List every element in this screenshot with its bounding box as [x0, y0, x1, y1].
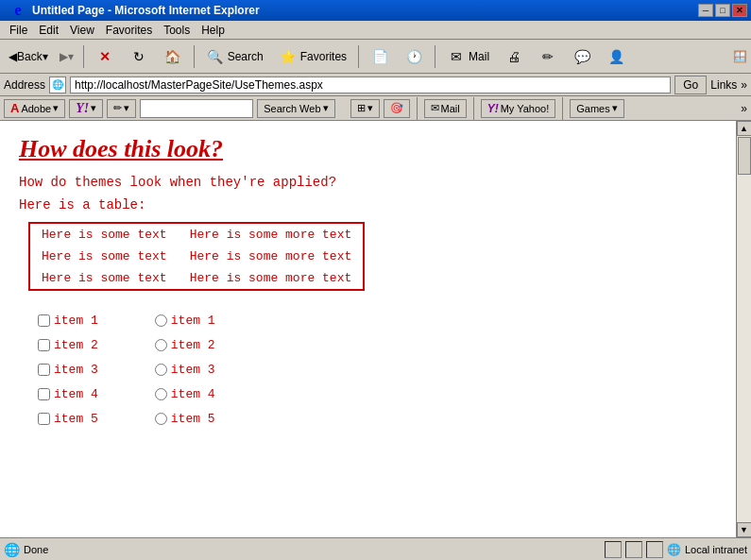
grid-dropdown-icon: ▾ — [367, 102, 373, 114]
back-label: Back — [17, 50, 43, 63]
status-panel-1 — [605, 541, 622, 558]
links-label: Links — [710, 78, 737, 92]
scroll-track[interactable] — [737, 136, 751, 522]
checkbox-group: item 1 item 2 item 3 item 4 item 5 — [38, 310, 98, 429]
list-item: item 1 — [155, 310, 215, 331]
radio-label-2: item 2 — [171, 338, 215, 352]
home-icon: 🏠 — [163, 47, 182, 66]
games-dropdown-icon: ▾ — [612, 102, 618, 114]
table-cell: Here is some text — [29, 267, 179, 290]
games-button[interactable]: Games ▾ — [570, 99, 623, 118]
checkbox-1[interactable] — [38, 314, 50, 327]
media-icon: 📄 — [370, 47, 389, 66]
list-item: item 5 — [155, 408, 215, 429]
forward-button[interactable]: ▶ ▾ — [55, 43, 78, 70]
radio-2[interactable] — [155, 339, 167, 351]
scroll-down-button[interactable]: ▼ — [737, 522, 752, 537]
data-table: Here is some text Here is some more text… — [28, 222, 365, 291]
table-cell: Here is some text — [29, 223, 179, 246]
scroll-thumb[interactable] — [738, 137, 751, 175]
discuss-button[interactable]: 💬 — [566, 43, 598, 70]
menu-favorites[interactable]: Favorites — [100, 22, 158, 39]
page-subtitle: How do themes look when they're applied? — [19, 175, 732, 190]
radio-5[interactable] — [155, 413, 167, 425]
list-item: item 1 — [38, 310, 98, 331]
checkbox-label-3: item 3 — [54, 363, 98, 377]
mail-tb-button[interactable]: ✉ Mail — [424, 99, 467, 118]
go-button[interactable]: Go — [674, 76, 707, 94]
favorites-button[interactable]: ⭐ Favorites — [272, 43, 353, 70]
checkbox-label-5: item 5 — [54, 412, 98, 426]
menu-file[interactable]: File — [4, 22, 33, 39]
address-bar: Address 🌐 Go Links » — [0, 74, 751, 96]
stop-icon: ✕ — [95, 47, 114, 66]
refresh-icon: ↻ — [129, 47, 148, 66]
home-button[interactable]: 🏠 — [157, 43, 189, 70]
table-row: Here is some text Here is some more text — [29, 223, 364, 246]
maximize-button[interactable]: □ — [715, 4, 730, 17]
radio-1[interactable] — [155, 314, 167, 327]
menu-edit[interactable]: Edit — [33, 22, 64, 39]
yahoo-sep3 — [562, 97, 563, 120]
scroll-up-button[interactable]: ▲ — [737, 121, 752, 136]
mail-button[interactable]: ✉ Mail — [440, 43, 496, 70]
search-web-button[interactable]: Search Web ▾ — [257, 99, 334, 118]
checkbox-5[interactable] — [38, 413, 50, 425]
toolbar-separator-3 — [358, 45, 359, 68]
more-icon: » — [741, 102, 747, 115]
refresh-button[interactable]: ↻ — [123, 43, 155, 70]
radio-4[interactable] — [155, 388, 167, 400]
grid-icon: ⊞ — [357, 102, 366, 114]
page-icon: 🌐 — [49, 76, 66, 93]
yahoo-toolbar: A Adobe ▾ Y! ▾ ✏ ▾ Search Web ▾ ⊞ ▾ 🎯 ✉ … — [0, 96, 751, 121]
search-web-label: Search Web — [264, 103, 320, 114]
address-input[interactable] — [70, 76, 671, 93]
checkbox-3[interactable] — [38, 364, 50, 376]
edit-icon: ✏ — [538, 47, 557, 66]
target-button[interactable]: 🎯 — [384, 99, 410, 118]
yahoo-button[interactable]: Y! ▾ — [69, 99, 103, 118]
status-panel-2 — [625, 541, 642, 558]
stop-button[interactable]: ✕ — [89, 43, 121, 70]
print-button[interactable]: 🖨 — [498, 43, 530, 70]
table-cell: Here is some more text — [179, 246, 365, 267]
radio-3[interactable] — [155, 364, 167, 376]
history-icon: 🕐 — [404, 47, 423, 66]
search-web-dropdown-icon: ▾ — [323, 102, 329, 114]
search-button[interactable]: 🔍 Search — [199, 43, 270, 70]
minimize-button[interactable]: ─ — [698, 4, 713, 17]
checkbox-label-1: item 1 — [54, 314, 98, 328]
forward-dropdown-icon: ▾ — [68, 50, 74, 63]
history-button[interactable]: 🕐 — [398, 43, 430, 70]
yahoo-sep2 — [473, 97, 474, 120]
menu-tools[interactable]: Tools — [158, 22, 196, 39]
yahoo-sep — [417, 97, 418, 120]
media-button[interactable]: 📄 — [364, 43, 396, 70]
radio-label-3: item 3 — [171, 363, 215, 377]
toolbar-separator-2 — [194, 45, 195, 68]
close-button[interactable]: ✕ — [732, 4, 747, 17]
highlight-button[interactable]: ✏ ▾ — [107, 99, 136, 118]
favorites-label: Favorites — [300, 50, 347, 63]
table-cell: Here is some more text — [179, 223, 365, 246]
list-item: item 2 — [38, 334, 98, 355]
checkbox-4[interactable] — [38, 388, 50, 400]
adobe-button[interactable]: A Adobe ▾ — [4, 99, 65, 118]
list-item: item 2 — [155, 334, 215, 355]
target-icon: 🎯 — [390, 102, 403, 114]
grid-button[interactable]: ⊞ ▾ — [350, 99, 380, 118]
checkbox-2[interactable] — [38, 339, 50, 351]
radio-label-4: item 4 — [171, 387, 215, 401]
menu-help[interactable]: Help — [196, 22, 230, 39]
favorites-icon: ⭐ — [279, 47, 298, 66]
highlight-dropdown-icon: ▾ — [124, 102, 129, 114]
my-yahoo-button[interactable]: Y! My Yahoo! — [481, 99, 556, 118]
status-text: Done — [24, 544, 48, 555]
menu-view[interactable]: View — [64, 22, 100, 39]
vertical-scrollbar[interactable]: ▲ ▼ — [736, 121, 751, 537]
yahoo-search-input[interactable] — [140, 99, 253, 118]
back-button[interactable]: ◀ Back ▾ — [4, 43, 53, 70]
intranet-icon: 🌐 — [667, 543, 681, 556]
edit-button[interactable]: ✏ — [532, 43, 564, 70]
messenger-button[interactable]: 👤 — [600, 43, 632, 70]
